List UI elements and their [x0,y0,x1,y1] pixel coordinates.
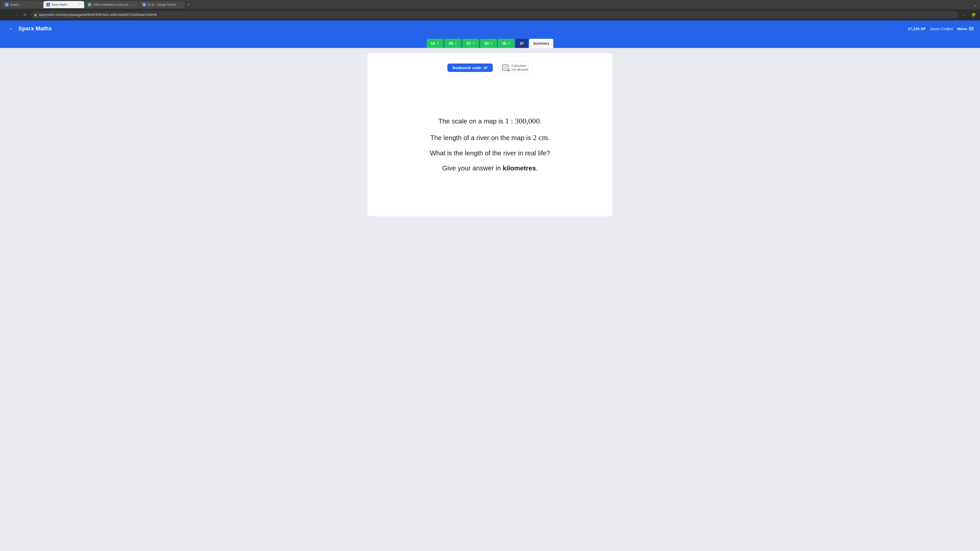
question-line-3: What is the length of the river in real … [430,148,550,158]
tab-7000[interactable]: G 7000 centimeters is how ma... × [85,1,139,8]
tab-1d[interactable]: 1D ✓ [480,39,497,48]
tab-1c-label: 1C [466,41,471,45]
header-right: 17,233 XP Jason Codjoe Menu [908,27,974,31]
extensions-icon[interactable]: 🧩 [970,11,977,18]
tab-1b[interactable]: 1B ✓ [444,39,461,48]
tab-extras[interactable]: ⌄ [973,1,978,8]
browser-chrome: G Search × S Sparx Maths × G 7000 centim… [0,0,980,21]
app-header: ← Sparx Maths 17,233 XP Jason Codjoe Men… [0,21,980,37]
tab-favicon-sparx: S [46,3,50,6]
calculator-badge: ✕ Calculator not allowed [497,61,533,74]
tab-close-sparx[interactable]: × [77,3,81,6]
question-line-2: The length of a river on the map is 2 cm… [430,132,550,143]
tab-close-google[interactable]: × [177,3,181,6]
card-header: Bookwork code: 1F ✕ Calculator not allow… [375,61,605,74]
tab-title-google: 01:42 - Google Search [148,3,176,6]
menu-line-2 [969,28,974,29]
measurement-text: 2 cm [533,133,548,141]
tab-1e[interactable]: 1E ✓ [498,39,514,48]
address-extras: ☆ 🧩 [961,11,977,18]
tab-1f-label: 1F [520,41,524,45]
tab-summary-label: Summary [533,41,549,45]
check-icon-1a: ✓ [437,41,439,45]
tab-close-search[interactable]: × [36,3,40,6]
calculator-icon: ✕ [501,64,509,72]
menu-button[interactable]: Menu [957,27,974,31]
tab-1a-label: 1A [431,41,435,45]
header-back-button[interactable]: ← [6,24,16,34]
back-button[interactable]: ← [3,11,10,18]
menu-line-1 [969,27,974,27]
reload-button[interactable]: ↻ [21,11,29,18]
tab-title-search: Search [10,3,34,6]
url-bar[interactable]: 🔒 sparxmaths.uk/student/package/ee0ffcd9… [30,11,959,19]
forward-button[interactable]: → [12,11,19,18]
question-body: The scale on a map is 1 : 300,000. The l… [375,80,605,208]
tab-summary[interactable]: Summary [529,39,554,48]
menu-line-3 [969,30,974,30]
question-line-4: Give your answer in kilometres. [442,163,538,173]
tab-google[interactable]: G 01:42 - Google Search × [139,1,185,8]
check-icon-1d: ✓ [490,41,493,45]
tab-title-sparx: Sparx Maths [52,3,76,6]
bookmark-icon[interactable]: ☆ [961,11,968,18]
tab-bar: G Search × S Sparx Maths × G 7000 centim… [0,0,980,9]
tab-close-7000[interactable]: × [132,3,136,6]
calc-cell-3 [504,68,505,69]
app-logo: Sparx Maths [18,25,908,32]
back-arrow-icon: ← [9,26,14,32]
tab-1c[interactable]: 1C ✓ [462,39,479,48]
bookwork-badge: Bookwork code: 1F [447,64,493,72]
main-content: Bookwork code: 1F ✕ Calculator not allow… [0,48,980,548]
calc-cell-2 [506,66,507,67]
tab-favicon-7000: G [88,3,91,6]
tab-favicon-google: G [142,3,146,6]
tab-1f[interactable]: 1F [515,39,528,48]
hamburger-icon [969,27,974,30]
calculator-label: Calculator [511,64,528,68]
calc-cell-4 [506,68,507,69]
calculator-status: not allowed [511,68,528,71]
tab-1d-label: 1D [484,41,489,45]
question-line-1: The scale on a map is 1 : 300,000. [438,115,542,127]
bottom-bar: ‹ Previous 📹 Watch video Answer [0,548,980,551]
kilometres-text: kilometres [503,164,536,172]
calc-cell-1 [504,66,505,67]
xp-display: 17,233 XP [908,27,926,31]
username-display: Jason Codjoe [930,27,953,31]
tab-1b-label: 1B [449,41,453,45]
lock-icon: 🔒 [34,13,37,17]
url-text: sparxmaths.uk/student/package/ee0ffcd9-9… [39,13,157,17]
calculator-text: Calculator not allowed [511,64,528,71]
tab-1e-label: 1E [502,41,506,45]
check-icon-1c: ✓ [473,41,475,45]
check-icon-1b: ✓ [455,41,457,45]
tab-title-7000: 7000 centimeters is how ma... [93,3,130,6]
tab-favicon-search: G [5,3,9,6]
address-bar: ← → ↻ 🔒 sparxmaths.uk/student/package/ee… [0,9,980,21]
question-card: Bookwork code: 1F ✕ Calculator not allow… [368,53,612,216]
menu-label: Menu [957,27,967,31]
new-tab-button[interactable]: + [185,1,192,8]
task-tab-nav: 1A ✓ 1B ✓ 1C ✓ 1D ✓ 1E ✓ 1F Summary [0,37,980,48]
tab-search[interactable]: G Search × [2,1,43,8]
check-icon-1e: ✓ [508,41,511,45]
tab-sparx[interactable]: S Sparx Maths × [43,1,84,8]
tab-1a[interactable]: 1A ✓ [427,39,444,48]
scale-text: 1 : 300,000 [505,117,540,125]
calc-x-icon: ✕ [508,68,511,72]
